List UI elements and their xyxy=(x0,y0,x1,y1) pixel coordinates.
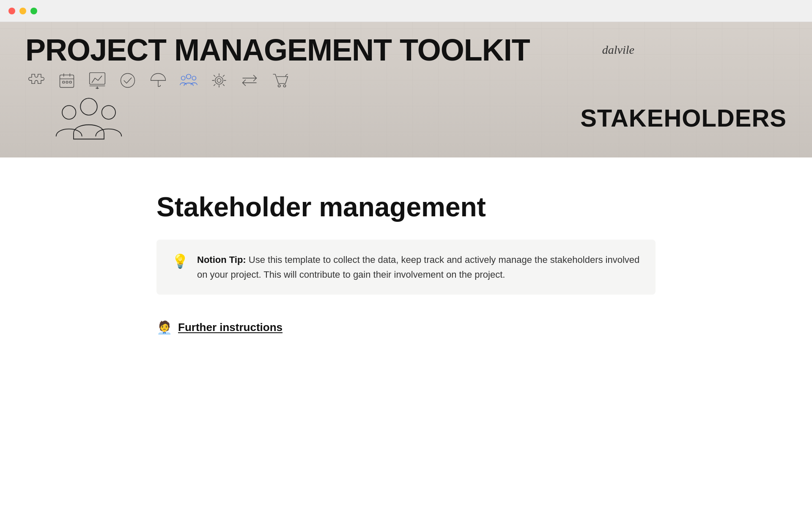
page-title: Stakeholder management xyxy=(156,191,656,223)
umbrella-icon[interactable] xyxy=(147,69,169,91)
svg-point-17 xyxy=(283,85,286,87)
further-instructions-link[interactable]: 🧑‍💼 Further instructions xyxy=(156,320,656,335)
svg-point-20 xyxy=(102,105,115,119)
settings-icon[interactable] xyxy=(208,69,230,91)
svg-rect-5 xyxy=(66,81,68,83)
callout-box: 💡 Notion Tip: Use this template to colle… xyxy=(156,240,656,295)
header-banner: PROJECT MANAGEMENT TOOLKIT xyxy=(0,22,812,157)
svg-point-16 xyxy=(278,85,280,87)
svg-point-12 xyxy=(181,76,185,80)
callout-body: Use this template to collect the data, k… xyxy=(197,254,639,280)
svg-point-19 xyxy=(62,105,76,119)
svg-point-18 xyxy=(80,98,97,115)
svg-point-14 xyxy=(217,78,221,82)
people-icon[interactable] xyxy=(178,69,200,91)
callout-text: Notion Tip: Use this template to collect… xyxy=(197,252,640,282)
callout-icon: 💡 xyxy=(172,253,189,269)
nav-icons-row xyxy=(25,69,787,91)
close-button[interactable] xyxy=(8,8,15,14)
callout-prefix: Notion Tip: xyxy=(197,254,246,265)
main-content: Stakeholder management 💡 Notion Tip: Use… xyxy=(131,157,681,369)
brand-signature: dalvile xyxy=(602,43,634,57)
banner-stakeholders-icon xyxy=(51,84,127,157)
stakeholders-label: STAKEHOLDERS xyxy=(580,104,787,132)
svg-point-11 xyxy=(187,74,191,79)
svg-point-15 xyxy=(215,77,223,84)
further-instructions-icon: 🧑‍💼 xyxy=(156,320,172,335)
cart-icon[interactable] xyxy=(269,69,291,91)
window-chrome xyxy=(0,0,812,22)
minimize-button[interactable] xyxy=(19,8,26,14)
maximize-button[interactable] xyxy=(30,8,37,14)
svg-rect-4 xyxy=(63,81,65,83)
further-instructions-label: Further instructions xyxy=(178,321,283,334)
puzzle-icon[interactable] xyxy=(25,69,47,91)
svg-rect-6 xyxy=(69,81,71,83)
app-title: PROJECT MANAGEMENT TOOLKIT xyxy=(25,35,787,65)
arrows-icon[interactable] xyxy=(239,69,261,91)
svg-point-13 xyxy=(192,76,196,80)
